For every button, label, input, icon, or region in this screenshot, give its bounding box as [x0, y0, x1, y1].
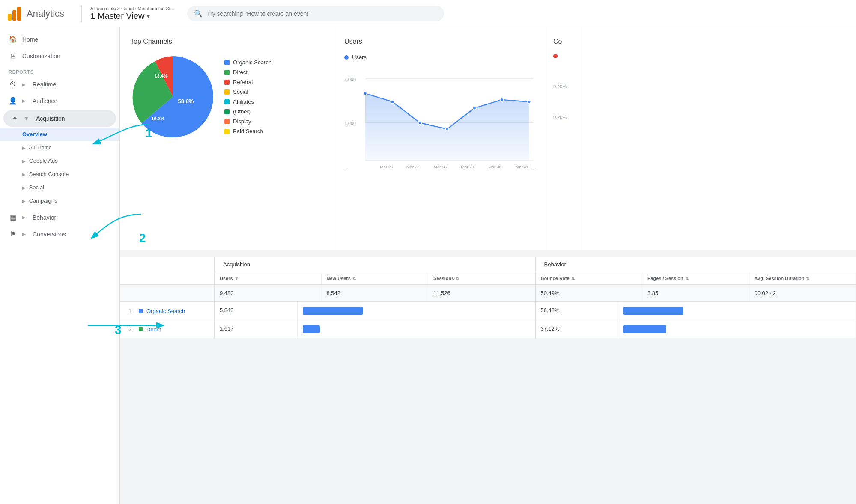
home-icon: 🏠 — [9, 35, 17, 43]
total-users: 9,480 — [215, 285, 322, 301]
total-sessions: 11,526 — [428, 285, 535, 301]
sidebar-item-label: Audience — [33, 98, 57, 104]
acq-data-organic: 5,843 — [214, 302, 536, 320]
users-legend: Users — [344, 54, 537, 60]
svg-point-17 — [500, 98, 504, 101]
sidebar: 🏠 Home ⊞ Customization REPORTS ⏱ ▶ Realt… — [0, 27, 120, 504]
total-row: 9,480 8,542 11,526 50.49% 3.85 00:02:42 — [120, 285, 856, 302]
sidebar-item-label: Behavior — [33, 214, 56, 221]
legend-label: Organic Search — [233, 59, 271, 66]
bounce-bar-cell — [618, 320, 773, 338]
users-legend-label: Users — [352, 54, 367, 60]
source-link[interactable]: Direct — [146, 326, 161, 333]
svg-text:58.8%: 58.8% — [178, 98, 194, 104]
analytics-logo-icon — [7, 6, 22, 21]
expand-icon: ▶ — [22, 172, 26, 177]
total-label — [120, 288, 214, 298]
view-name: 1 Master View — [90, 11, 144, 21]
table-section: Acquisition Users ▼ New Users ⇅ Sessions — [120, 257, 856, 339]
acquisition-icon: ✦ — [10, 114, 19, 122]
audience-icon: 👤 — [9, 97, 17, 105]
legend-item-affiliates: Affiliates — [224, 98, 271, 105]
expand-icon: ▶ — [22, 185, 26, 190]
sidebar-item-overview[interactable]: Overview — [0, 128, 119, 141]
svg-point-13 — [391, 100, 394, 104]
sidebar-item-audience[interactable]: 👤 ▶ Audience — [0, 92, 119, 109]
sidebar-item-social[interactable]: ▶ Social — [0, 181, 119, 194]
beh-data-direct: 37.12% — [536, 320, 856, 338]
svg-text:Mar 28: Mar 28 — [434, 164, 447, 169]
account-selector[interactable]: All accounts > Google Merchandise St... … — [90, 6, 174, 21]
legend-dot-affiliates — [224, 99, 230, 104]
col-pages-session[interactable]: Pages / Session ⇅ — [642, 272, 749, 284]
svg-point-12 — [364, 92, 367, 95]
total-pages: 3.85 — [642, 285, 749, 301]
sidebar-item-home[interactable]: 🏠 Home — [0, 31, 119, 48]
sidebar-item-label: Home — [22, 36, 38, 43]
sidebar-item-search-console[interactable]: ▶ Search Console — [0, 167, 119, 181]
pie-chart: 58.8% 16.3% 13.4% — [130, 54, 216, 140]
behavior-section-header: Behavior Bounce Rate ⇅ Pages / Session ⇅… — [536, 257, 856, 284]
sidebar-item-realtime[interactable]: ⏱ ▶ Realtime — [0, 76, 119, 92]
sidebar-item-all-traffic[interactable]: ▶ All Traffic — [0, 141, 119, 154]
col-new-users-label: New Users — [327, 276, 351, 281]
customization-icon: ⊞ — [9, 52, 17, 60]
chart-legend: Organic Search Direct Referral Soci — [224, 59, 271, 134]
reports-section-label: REPORTS — [0, 64, 119, 76]
sidebar-item-label: Conversions — [33, 231, 66, 238]
svg-text:Mar 29: Mar 29 — [461, 164, 474, 169]
sidebar-sub-label: Social — [29, 184, 44, 191]
sidebar-item-google-ads[interactable]: ▶ Google Ads — [0, 154, 119, 167]
view-selector[interactable]: 1 Master View ▾ — [90, 11, 174, 21]
sidebar-item-acquisition[interactable]: ✦ ▼ Acquisition — [3, 110, 116, 127]
widgets-row: Top Channels — [120, 27, 856, 250]
breadcrumb: All accounts > Google Merchandise St... — [90, 6, 174, 11]
table-row: 2 Direct 1,617 37.12% — [120, 320, 856, 339]
search-icon: 🔍 — [194, 9, 203, 18]
svg-rect-1 — [12, 10, 16, 21]
legend-label: Paid Search — [233, 128, 263, 134]
new-users-bar-cell — [298, 302, 452, 320]
svg-rect-0 — [8, 14, 12, 21]
svg-text:Mar 30: Mar 30 — [488, 164, 501, 169]
sidebar-item-label: Realtime — [33, 81, 56, 88]
legend-dot-organic — [224, 60, 230, 65]
sort-icon: ⇅ — [571, 276, 575, 281]
sidebar-item-behavior[interactable]: ▤ ▶ Behavior — [0, 209, 119, 226]
sidebar-item-customization[interactable]: ⊞ Customization — [0, 48, 119, 64]
logo-area: Analytics — [7, 6, 73, 21]
col-pages-label: Pages / Session — [647, 276, 683, 281]
search-input[interactable] — [207, 10, 437, 17]
legend-dot-paid-search — [224, 129, 230, 134]
svg-text:Mar 26: Mar 26 — [380, 164, 393, 169]
col-users[interactable]: Users ▼ — [215, 272, 322, 284]
acquisition-label: Acquisition — [215, 257, 535, 272]
source-link[interactable]: Organic Search — [146, 308, 185, 314]
legend-item-direct: Direct — [224, 69, 271, 75]
behavior-icon: ▤ — [9, 213, 17, 221]
partial-widget-title: Co — [553, 38, 577, 45]
sort-icon: ⇅ — [456, 276, 459, 281]
bounce-bar-cell — [618, 302, 773, 320]
users-title: Users — [344, 38, 537, 45]
expand-icon: ▶ — [22, 98, 26, 103]
sort-icon: ▼ — [235, 276, 239, 281]
col-sessions[interactable]: Sessions ⇅ — [428, 272, 535, 284]
search-bar[interactable]: 🔍 — [187, 6, 444, 21]
legend-label: Affiliates — [233, 98, 254, 105]
users-line-chart: 2,000 1,000 — [344, 67, 537, 153]
legend-label: Social — [233, 89, 248, 95]
col-new-users[interactable]: New Users ⇅ — [322, 272, 429, 284]
col-avg-duration[interactable]: Avg. Session Duration ⇅ — [749, 272, 856, 284]
source-cell-direct: 2 Direct — [120, 321, 214, 338]
col-bounce-rate[interactable]: Bounce Rate ⇅ — [536, 272, 643, 284]
behavior-label: Behavior — [536, 257, 856, 272]
svg-text:...: ... — [344, 164, 348, 169]
sidebar-item-campaigns[interactable]: ▶ Campaigns — [0, 194, 119, 207]
col-sessions-label: Sessions — [433, 276, 454, 281]
svg-text:Mar 31: Mar 31 — [516, 164, 529, 169]
bounce-bar — [623, 325, 666, 333]
sidebar-item-conversions[interactable]: ⚑ ▶ Conversions — [0, 226, 119, 242]
new-users-bar-cell — [298, 320, 452, 338]
source-cell-organic: 1 Organic Search — [120, 303, 214, 319]
